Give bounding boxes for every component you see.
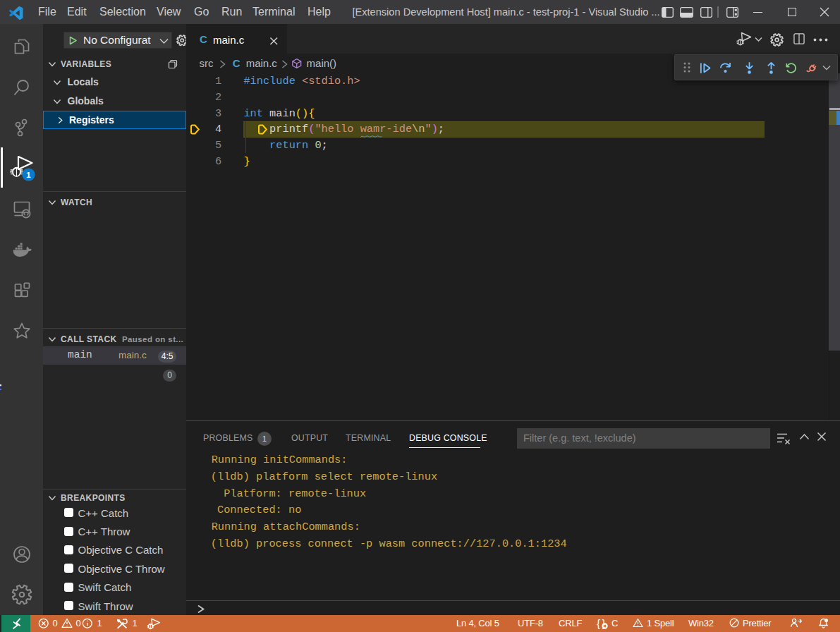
- svg-text:1: 1: [27, 171, 32, 179]
